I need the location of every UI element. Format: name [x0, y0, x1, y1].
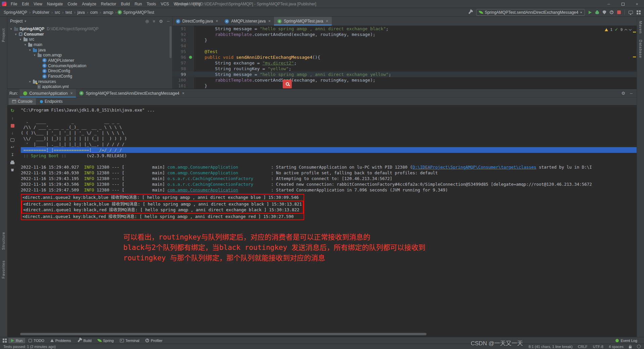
locate-icon[interactable]: ◎ — [145, 19, 149, 24]
maximize-button[interactable] — [616, 0, 630, 8]
clear-button[interactable] — [11, 168, 14, 171]
hide-icon[interactable]: ─ — [630, 91, 633, 95]
chevron-expanded-icon[interactable]: ▾ — [9, 27, 13, 31]
console-output[interactable]: "C:\Program Files\Java\jdk1.8.0_151\bin\… — [17, 105, 637, 337]
tool-button-maven[interactable]: Maven — [639, 21, 643, 34]
tree-item-java[interactable]: ▾java — [7, 47, 172, 53]
close-tab-icon[interactable]: × — [268, 19, 271, 24]
test-status[interactable]: Tests passed: 1 (2 minutes ago) — [3, 345, 56, 349]
chevron-down-icon[interactable] — [629, 28, 632, 30]
restore-layout-button[interactable] — [10, 138, 14, 142]
tree-item-directconfig[interactable]: CDirectConfig — [7, 69, 172, 74]
tree-item-src[interactable]: ▾src — [7, 37, 172, 42]
layout-button[interactable] — [637, 10, 638, 12]
debug-button[interactable] — [595, 11, 599, 14]
scroll-to-end-button[interactable]: ↧ — [11, 152, 14, 157]
breadcrumb-publisher[interactable]: Publisher — [32, 10, 50, 15]
chevron-expanded-icon[interactable]: ▾ — [28, 80, 32, 83]
event-log-button[interactable]: Event Log — [615, 339, 641, 343]
inspection-widget[interactable]: 1 ✓ 9 — [605, 27, 631, 32]
hide-icon[interactable]: ─ — [167, 19, 170, 23]
soft-wrap-button[interactable]: ↩ — [11, 145, 14, 149]
breadcrumb-springamqptest[interactable]: SpringAMQPTest — [122, 10, 155, 15]
tool-button-spring[interactable]: Spring — [95, 338, 117, 343]
menu-item-navigate[interactable]: Navigate — [45, 0, 65, 8]
tool-button-database[interactable]: Database — [639, 40, 643, 58]
menu-item-tools[interactable]: Tools — [144, 0, 158, 8]
tool-button-project[interactable]: Project — [1, 28, 5, 42]
rerun-button[interactable]: ↻ — [10, 108, 14, 113]
chevron-expanded-icon[interactable]: ▾ — [28, 48, 32, 52]
menu-item-view[interactable]: View — [31, 0, 45, 8]
menu-item-file[interactable]: File — [8, 0, 19, 8]
tool-button-todo[interactable]: TODO — [26, 338, 47, 343]
breadcrumb-src[interactable]: src — [54, 10, 61, 15]
settings-icon[interactable]: ⚙ — [622, 91, 626, 96]
tree-item-springamqp[interactable]: ▾SpringAMQP D:\IDEAProject\SpringAMQP — [7, 26, 172, 32]
tree-item-consumerapplication[interactable]: CConsumerApplication — [7, 63, 172, 69]
lock-icon[interactable] — [629, 346, 632, 348]
tool-windows-icon[interactable] — [3, 339, 4, 340]
tree-item-com-amqp[interactable]: ▾com.amqp — [7, 52, 172, 58]
indent-setting[interactable]: 4 spaces — [609, 345, 624, 349]
close-tab-icon[interactable]: × — [326, 19, 328, 24]
screencast-button[interactable] — [629, 11, 633, 14]
run-config-select[interactable]: SpringAMQPTest.sendAnniDirectExchangMess… — [476, 9, 585, 16]
tree-item-amqplistener[interactable]: CAMQPListener — [7, 58, 172, 63]
tree-item-fanoutconfig[interactable]: CFanoutConfig — [7, 74, 172, 79]
hector-icon[interactable] — [637, 345, 641, 348]
chevron-expanded-icon[interactable]: ▾ — [19, 38, 22, 41]
editor-tab-directconfig-java[interactable]: CDirectConfig.java× — [173, 17, 221, 26]
coverage-button[interactable] — [603, 10, 606, 14]
file-encoding[interactable]: UTF-8 — [593, 345, 603, 349]
breadcrumb-com[interactable]: com — [89, 10, 99, 15]
run-test-gutter-icon[interactable] — [189, 56, 192, 59]
close-button[interactable]: × — [630, 0, 644, 8]
tool-button-run[interactable]: Run — [8, 338, 25, 343]
breadcrumb-amqp[interactable]: amqp — [102, 10, 114, 15]
tool-button-structure[interactable]: Structure — [1, 232, 5, 250]
chevron-down-icon[interactable]: ▾ — [25, 19, 26, 23]
search-icon-highlight[interactable] — [283, 80, 292, 88]
project-scrollbar[interactable] — [170, 26, 172, 58]
chevron-up-icon[interactable] — [625, 29, 627, 32]
tool-button-problems[interactable]: Problems — [48, 338, 74, 343]
close-tab-icon[interactable]: × — [182, 91, 184, 96]
code-editor[interactable]: 91 String message = "hello spring amqp ,… — [173, 26, 637, 89]
breadcrumb-java[interactable]: java — [76, 10, 86, 15]
editor-tab-springamqptest-java[interactable]: CSpringAMQPTest.java× — [274, 17, 331, 26]
run-tab-springamqptest-sendannidirectexchangmessage4[interactable]: CSpringAMQPTest.sendAnniDirectExchangMes… — [76, 89, 188, 97]
stop-button[interactable] — [617, 10, 621, 14]
minimize-button[interactable]: ─ — [602, 0, 616, 8]
tool-button-terminal[interactable]: Terminal — [117, 338, 142, 343]
project-panel-title[interactable]: Project — [10, 19, 22, 24]
chevron-expanded-icon[interactable]: ▾ — [14, 33, 17, 36]
menu-item-analyze[interactable]: Analyze — [80, 0, 99, 8]
menu-item-code[interactable]: Code — [65, 0, 80, 8]
chevron-expanded-icon[interactable]: ▾ — [24, 43, 27, 46]
build-button[interactable] — [468, 10, 472, 14]
tool-button-build[interactable]: Build — [74, 338, 94, 343]
menu-item-edit[interactable]: Edit — [19, 0, 31, 8]
tree-item-main[interactable]: ▾main — [7, 42, 172, 47]
profiler-button[interactable] — [610, 10, 613, 14]
tree-item-application-yml[interactable]: application.yml — [7, 84, 172, 89]
line-separator[interactable]: CRLF — [578, 345, 588, 349]
run-tab-consumerapplication[interactable]: ConsumerApplication× — [20, 89, 76, 97]
caret-position[interactable]: 8:1 (41 chars, 1 line break) — [528, 345, 572, 349]
menu-item-vcs[interactable]: VCS — [158, 0, 172, 8]
tree-item-resources[interactable]: ▾resources — [7, 79, 172, 84]
tree-item-consumer[interactable]: ▾Consumer — [7, 32, 172, 37]
tool-button-profiler[interactable]: Profiler — [143, 338, 165, 343]
down-stack-button[interactable]: ↓ — [11, 131, 13, 135]
chevron-expanded-icon[interactable]: ▾ — [33, 53, 36, 57]
close-tab-icon[interactable]: × — [70, 91, 73, 96]
breadcrumb-springamqp[interactable]: SpringAMQP — [3, 10, 28, 15]
view-tab-console[interactable]: Console — [9, 98, 36, 105]
run-button[interactable] — [589, 11, 592, 14]
breadcrumb-test[interactable]: test — [64, 10, 73, 15]
editor-tab-amqplistener-java[interactable]: CAMQPListener.java× — [221, 17, 274, 26]
close-tab-icon[interactable]: × — [216, 19, 218, 24]
up-stack-button[interactable]: ↑ — [11, 116, 13, 121]
stop-button[interactable] — [11, 124, 14, 128]
